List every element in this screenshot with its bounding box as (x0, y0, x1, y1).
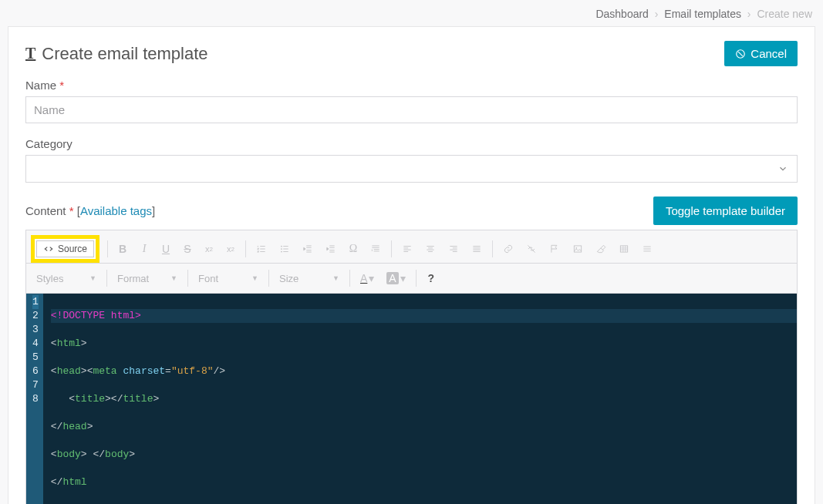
breadcrumb-current: Create new (757, 8, 812, 20)
svg-line-1 (738, 52, 743, 56)
blockquote-icon (370, 244, 381, 254)
link-icon (503, 244, 514, 254)
blockquote-button[interactable] (365, 239, 386, 259)
bold-button[interactable]: B (113, 239, 133, 259)
help-button[interactable]: ? (421, 268, 441, 288)
outdent-button[interactable] (297, 239, 319, 259)
source-button-label: Source (58, 244, 87, 254)
flag-button[interactable] (544, 239, 565, 259)
eraser-button[interactable] (590, 239, 612, 259)
underline-button[interactable]: U (156, 239, 176, 259)
image-button[interactable] (567, 239, 589, 259)
source-button[interactable]: Source (36, 240, 94, 257)
table-button[interactable] (613, 239, 635, 259)
name-required: * (59, 79, 64, 92)
breadcrumb-dashboard[interactable]: Dashboard (595, 8, 649, 20)
table-icon (619, 244, 629, 254)
indent-icon (325, 244, 336, 254)
cancel-button[interactable]: Cancel (724, 41, 798, 66)
eraser-icon (595, 244, 606, 254)
svg-point-4 (281, 251, 282, 253)
text-cursor-icon: T (25, 45, 35, 62)
content-required: * (69, 204, 74, 217)
image-icon (572, 244, 583, 254)
rich-text-editor: Source B I U S x2 x2 (25, 230, 798, 504)
unlink-icon (526, 244, 537, 254)
numbered-list-button[interactable] (251, 239, 272, 259)
styles-combo[interactable]: Styles▼ (31, 270, 102, 287)
svg-rect-7 (620, 246, 627, 252)
breadcrumb-sep-2: › (744, 8, 754, 20)
bulleted-list-icon (279, 244, 290, 254)
category-label: Category (25, 137, 73, 150)
strikethrough-button[interactable]: S (177, 239, 197, 259)
breadcrumb-email-templates[interactable]: Email templates (664, 8, 741, 20)
align-right-icon (448, 244, 459, 254)
svg-point-3 (281, 248, 282, 250)
available-tags-link[interactable]: Available tags (80, 204, 152, 217)
cancel-button-label: Cancel (750, 47, 787, 60)
cancel-icon (735, 49, 746, 59)
text-color-button[interactable]: A▾ (355, 268, 379, 288)
source-button-highlight: Source (31, 235, 100, 263)
category-select[interactable] (25, 155, 798, 183)
size-combo[interactable]: Size▼ (274, 270, 345, 287)
code-editor[interactable]: 1 2 3 4 5 6 7 8 <!DOCTYPE html> <html> <… (26, 294, 797, 504)
superscript-button[interactable]: x2 (221, 239, 241, 259)
panel: T Create email template Cancel Name * Ca… (8, 26, 815, 504)
italic-button[interactable]: I (134, 239, 154, 259)
code-content[interactable]: <!DOCTYPE html> <html> <head><meta chars… (43, 294, 797, 504)
flag-icon (549, 244, 560, 254)
align-center-icon (425, 244, 436, 254)
link-button[interactable] (498, 239, 519, 259)
numbered-list-icon (256, 244, 267, 254)
align-justify-button[interactable] (466, 239, 487, 259)
outdent-icon (302, 244, 313, 254)
breadcrumb: Dashboard › Email templates › Create new (0, 0, 823, 26)
hr-icon (642, 244, 653, 254)
align-justify-icon (471, 244, 482, 254)
indent-button[interactable] (320, 239, 342, 259)
align-right-button[interactable] (443, 239, 464, 259)
format-combo[interactable]: Format▼ (112, 270, 183, 287)
name-input[interactable] (25, 96, 798, 123)
source-icon (43, 244, 54, 254)
align-center-button[interactable] (420, 239, 441, 259)
content-label: Content (25, 204, 66, 217)
omega-button[interactable]: Ω (343, 239, 363, 259)
bg-color-button[interactable]: A▾ (381, 268, 410, 288)
code-gutter: 1 2 3 4 5 6 7 8 (26, 294, 43, 504)
bulleted-list-button[interactable] (274, 239, 295, 259)
svg-point-2 (281, 246, 282, 247)
svg-rect-5 (574, 246, 581, 252)
align-left-icon (402, 244, 413, 254)
hr-button[interactable] (636, 239, 658, 259)
align-left-button[interactable] (396, 239, 418, 259)
page-title: Create email template (42, 44, 207, 64)
breadcrumb-sep-1: › (652, 8, 662, 20)
font-combo[interactable]: Font▼ (193, 270, 264, 287)
toggle-template-builder-button[interactable]: Toggle template builder (653, 197, 798, 225)
name-label: Name (25, 79, 56, 92)
unlink-button[interactable] (521, 239, 542, 259)
subscript-button[interactable]: x2 (199, 239, 219, 259)
